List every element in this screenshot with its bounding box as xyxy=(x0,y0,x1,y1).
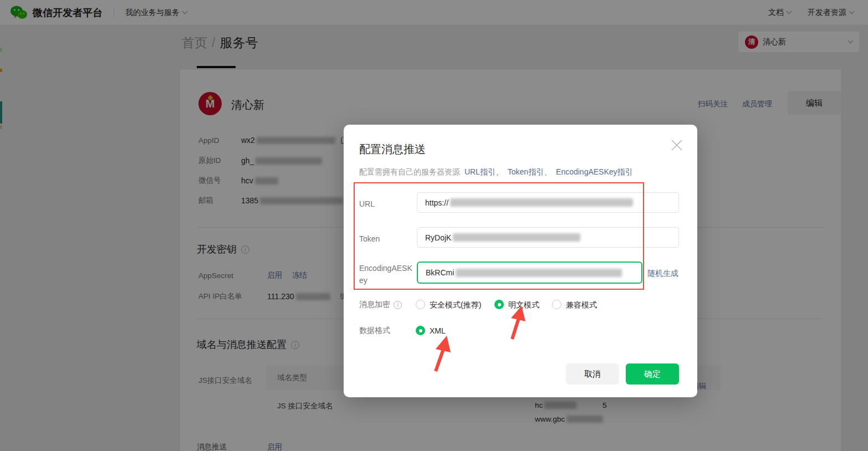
info-icon[interactable]: i xyxy=(394,301,402,309)
token-label: Token xyxy=(359,233,415,245)
close-icon[interactable] xyxy=(671,139,683,151)
modal-title: 配置消息推送 xyxy=(359,142,426,157)
url-guide-link[interactable]: URL指引、 xyxy=(464,167,503,176)
random-generate-link[interactable]: 随机生成 xyxy=(647,269,678,279)
radio-plaintext-mode-label[interactable]: 明文模式 xyxy=(508,300,539,310)
encoding-aes-key-label: EncodingAESKey xyxy=(359,262,415,286)
data-format-label: 数据格式 xyxy=(359,326,390,336)
radio-plaintext-mode[interactable] xyxy=(494,300,504,309)
url-input[interactable]: https:// xyxy=(417,192,679,213)
radio-xml[interactable] xyxy=(416,326,425,335)
radio-xml-label[interactable]: XML xyxy=(430,326,446,335)
radio-compat-mode[interactable] xyxy=(552,300,561,309)
radio-safe-mode[interactable] xyxy=(416,300,425,309)
confirm-button[interactable]: 确定 xyxy=(626,363,679,385)
configure-push-modal: 配置消息推送 配置需拥有自己的服务器资源 URL指引、 Token指引、 Enc… xyxy=(344,125,697,397)
radio-compat-mode-label[interactable]: 兼容模式 xyxy=(566,300,597,310)
encoding-aes-key-input[interactable]: BkRCmi xyxy=(417,262,642,284)
radio-safe-mode-label[interactable]: 安全模式(推荐) xyxy=(430,300,481,310)
aes-guide-link[interactable]: EncodingAESKey指引 xyxy=(556,167,633,176)
cancel-button[interactable]: 取消 xyxy=(566,363,619,385)
token-guide-link[interactable]: Token指引、 xyxy=(508,167,552,176)
url-label: URL xyxy=(359,198,415,210)
encryption-label: 消息加密i xyxy=(359,300,402,310)
token-input[interactable]: RyDojK xyxy=(417,227,679,248)
screen: 微信开发者平台 我的业务与服务 文档 开发者资源 首页/服务号 清 清心新 xyxy=(0,0,868,451)
modal-subtitle: 配置需拥有自己的服务器资源 URL指引、 Token指引、 EncodingAE… xyxy=(359,167,633,177)
